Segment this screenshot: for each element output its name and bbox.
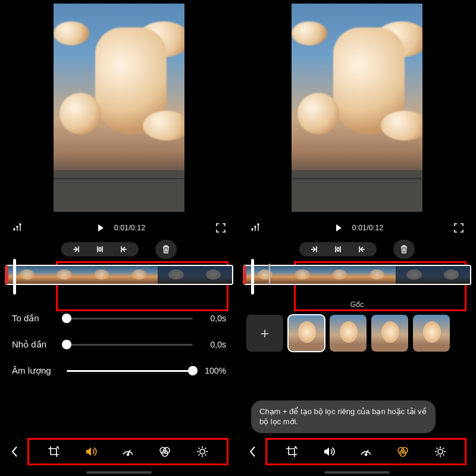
svg-point-7 bbox=[127, 454, 129, 456]
bottom-toolbar bbox=[238, 438, 476, 465]
delete-clip-button[interactable] bbox=[155, 240, 177, 259]
vertical-levels-icon[interactable] bbox=[10, 220, 25, 236]
trim-controls bbox=[0, 237, 238, 261]
add-filter-tooltip: Chạm + để tạo bộ lọc riêng của bạn hoặc … bbox=[251, 400, 436, 433]
volume-label: Âm lượng bbox=[12, 365, 58, 376]
transport-bar: 0:01/0:12 bbox=[0, 217, 238, 237]
sound-tool[interactable] bbox=[83, 443, 99, 460]
split-clip-icon[interactable] bbox=[333, 245, 343, 253]
trim-pill bbox=[299, 242, 377, 256]
filter-tool[interactable] bbox=[156, 443, 173, 460]
filter-thumb[interactable] bbox=[371, 315, 408, 352]
playback-time: 0:01/0:12 bbox=[352, 224, 384, 232]
transport-bar: 0:01/0:12 bbox=[238, 217, 476, 237]
video-preview[interactable] bbox=[54, 4, 184, 212]
crop-rotate-tool[interactable] bbox=[45, 443, 62, 460]
bottom-toolbar bbox=[0, 438, 238, 465]
playhead[interactable] bbox=[13, 259, 16, 295]
adjust-tool[interactable] bbox=[194, 443, 211, 460]
playhead-outline[interactable] bbox=[251, 259, 254, 295]
back-button[interactable] bbox=[6, 446, 24, 458]
video-preview[interactable] bbox=[292, 4, 422, 212]
toolbar-highlight-box bbox=[27, 438, 228, 465]
home-indicator bbox=[86, 471, 152, 474]
svg-point-17 bbox=[258, 224, 259, 225]
filter-thumb[interactable] bbox=[330, 315, 367, 352]
fade-in-slider[interactable] bbox=[67, 318, 193, 320]
video-preview-area bbox=[238, 0, 476, 217]
trim-pill bbox=[61, 242, 139, 256]
play-button[interactable] bbox=[93, 220, 108, 236]
filter-thumb[interactable] bbox=[413, 315, 450, 352]
svg-point-19 bbox=[365, 454, 367, 456]
svg-point-16 bbox=[255, 226, 256, 227]
filter-tool[interactable] bbox=[394, 443, 411, 460]
add-filter-button[interactable]: + bbox=[246, 315, 283, 352]
volume-value: 100% bbox=[201, 366, 226, 375]
speed-tool[interactable] bbox=[120, 443, 136, 460]
video-preview-area bbox=[0, 0, 238, 217]
svg-point-15 bbox=[252, 228, 253, 230]
fade-in-row: To dần 0,0s bbox=[12, 305, 226, 331]
filter-thumbnails-row[interactable]: + bbox=[238, 312, 476, 354]
svg-point-5 bbox=[20, 224, 21, 225]
back-button[interactable] bbox=[244, 446, 262, 458]
home-indicator bbox=[324, 471, 390, 474]
editor-pane-sound: 0:01/0:12 To dần 0,0s Nhỏ bbox=[0, 0, 238, 476]
volume-row: Âm lượng 100% bbox=[12, 358, 226, 384]
svg-point-4 bbox=[17, 226, 18, 227]
svg-rect-6 bbox=[99, 248, 101, 251]
trim-end-icon[interactable] bbox=[356, 245, 366, 253]
filter-original-label: Gốc bbox=[238, 300, 476, 312]
vertical-levels-icon[interactable] bbox=[248, 220, 263, 236]
fade-out-slider[interactable] bbox=[67, 344, 193, 346]
timeline[interactable] bbox=[0, 261, 238, 287]
crop-rotate-tool[interactable] bbox=[283, 443, 300, 460]
filter-panel: Gốc + bbox=[238, 287, 476, 354]
sound-tool[interactable] bbox=[321, 443, 337, 460]
svg-point-11 bbox=[200, 449, 205, 454]
fade-out-value: 0,0s bbox=[201, 340, 226, 349]
audio-sliders-panel: To dần 0,0s Nhỏ dần 0,0s Âm lượng 100% bbox=[0, 287, 238, 390]
adjust-tool[interactable] bbox=[432, 443, 449, 460]
fade-out-label: Nhỏ dần bbox=[12, 339, 58, 350]
fullscreen-icon[interactable] bbox=[451, 220, 466, 236]
fade-in-value: 0,0s bbox=[201, 314, 226, 323]
playhead[interactable] bbox=[269, 264, 270, 285]
clip-track[interactable] bbox=[5, 265, 233, 285]
timeline[interactable] bbox=[238, 261, 476, 287]
fullscreen-icon[interactable] bbox=[213, 220, 228, 236]
delete-clip-button[interactable] bbox=[393, 240, 415, 259]
svg-rect-18 bbox=[337, 248, 339, 251]
trim-start-icon[interactable] bbox=[310, 245, 320, 253]
fade-out-row: Nhỏ dần 0,0s bbox=[12, 331, 226, 358]
trim-start-icon[interactable] bbox=[72, 245, 82, 253]
play-button[interactable] bbox=[331, 220, 346, 236]
toolbar-highlight-box bbox=[265, 438, 466, 465]
svg-point-23 bbox=[438, 449, 443, 454]
editor-pane-filter: 0:01/0:12 Gốc + Chạm + bbox=[238, 0, 476, 476]
trim-controls bbox=[238, 237, 476, 261]
clip-track[interactable] bbox=[243, 265, 471, 285]
split-clip-icon[interactable] bbox=[95, 245, 105, 253]
speed-tool[interactable] bbox=[358, 443, 374, 460]
fade-in-label: To dần bbox=[12, 313, 58, 324]
svg-point-3 bbox=[14, 228, 15, 230]
volume-slider[interactable] bbox=[67, 370, 193, 372]
filter-thumb-original[interactable] bbox=[288, 315, 325, 352]
trim-end-icon[interactable] bbox=[118, 245, 128, 253]
playback-time: 0:01/0:12 bbox=[114, 224, 146, 232]
